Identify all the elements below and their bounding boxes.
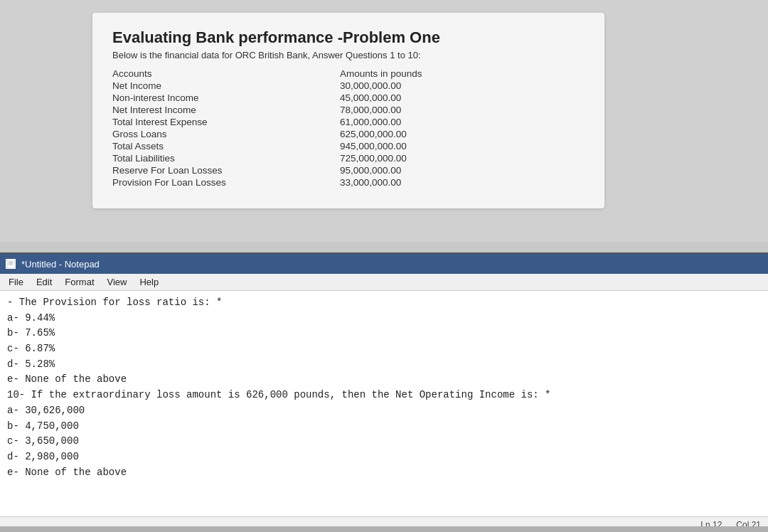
financial-table: Accounts Amounts in pounds Net Income30,… [112, 68, 585, 188]
notepad-icon [6, 259, 16, 269]
row-label-1: Non-interest Income [112, 92, 297, 104]
row-value-6: 725,000,000.00 [297, 152, 585, 164]
notepad-titlebar: *Untitled - Notepad [0, 254, 768, 274]
card-subtitle: Below is the financial data for ORC Brit… [112, 50, 585, 60]
menu-edit[interactable]: Edit [31, 275, 58, 289]
notepad-text-area[interactable]: - The Provision for loss ratio is: * a- … [0, 291, 768, 516]
row-label-5: Total Assets [112, 140, 297, 152]
table-header-row: Accounts Amounts in pounds [112, 68, 585, 80]
svg-rect-0 [7, 260, 14, 268]
notepad-title: *Untitled - Notepad [21, 259, 100, 270]
table-row: Total Liabilities725,000,000.00 [112, 152, 585, 164]
row-label-3: Total Interest Expense [112, 116, 297, 128]
notepad-menubar: File Edit Format View Help [0, 274, 768, 291]
row-label-7: Reserve For Loan Losses [112, 164, 297, 176]
menu-view[interactable]: View [102, 275, 133, 289]
row-value-8: 33,000,000.00 [297, 176, 585, 188]
amounts-header: Amounts in pounds [297, 68, 585, 80]
row-value-0: 30,000,000.00 [297, 80, 585, 92]
bottom-bar [0, 526, 768, 532]
card-title: Evaluating Bank performance -Problem One [112, 28, 585, 47]
menu-help[interactable]: Help [134, 275, 164, 289]
row-value-2: 78,000,000.00 [297, 104, 585, 116]
table-row: Reserve For Loan Losses95,000,000.00 [112, 164, 585, 176]
row-label-4: Gross Loans [112, 128, 297, 140]
table-row: Non-interest Income45,000,000.00 [112, 92, 585, 104]
table-row: Total Assets945,000,000.00 [112, 140, 585, 152]
row-label-0: Net Income [112, 80, 297, 92]
row-value-4: 625,000,000.00 [297, 128, 585, 140]
row-label-6: Total Liabilities [112, 152, 297, 164]
row-value-5: 945,000,000.00 [297, 140, 585, 152]
notepad-window: *Untitled - Notepad File Edit Format Vie… [0, 252, 768, 532]
row-value-3: 61,000,000.00 [297, 116, 585, 128]
row-value-7: 95,000,000.00 [297, 164, 585, 176]
table-row: Net Interest Income78,000,000.00 [112, 104, 585, 116]
accounts-header: Accounts [112, 68, 297, 80]
row-label-2: Net Interest Income [112, 104, 297, 116]
menu-file[interactable]: File [3, 275, 29, 289]
row-value-1: 45,000,000.00 [297, 92, 585, 104]
table-row: Total Interest Expense61,000,000.00 [112, 116, 585, 128]
table-row: Provision For Loan Losses33,000,000.00 [112, 176, 585, 188]
menu-format[interactable]: Format [59, 275, 100, 289]
table-row: Net Income30,000,000.00 [112, 80, 585, 92]
financial-card: Evaluating Bank performance -Problem One… [92, 13, 604, 208]
table-row: Gross Loans625,000,000.00 [112, 128, 585, 140]
row-label-8: Provision For Loan Losses [112, 176, 297, 188]
